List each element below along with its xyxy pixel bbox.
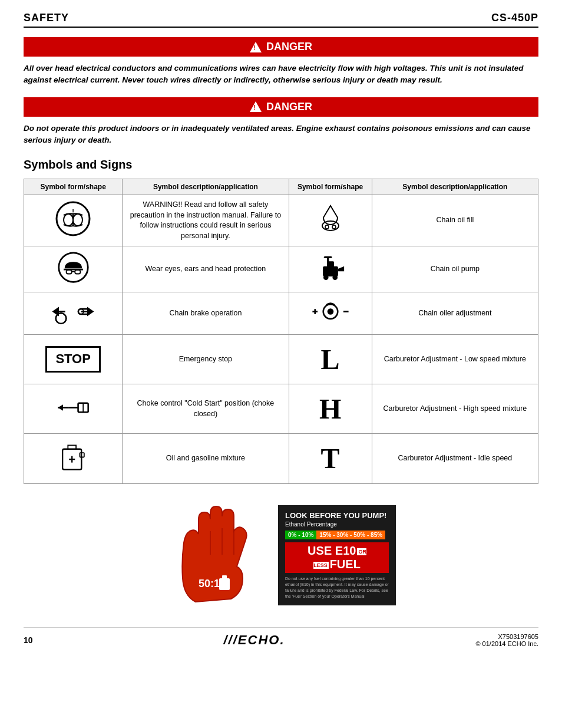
svg-text:50:1: 50:1 xyxy=(199,578,220,589)
ethanol-bad: 15% - 30% - 50% - 85% xyxy=(316,531,385,539)
fuel-label: FUEL xyxy=(330,558,361,571)
choke-desc: Choke control "Cold Start" position (cho… xyxy=(123,384,289,434)
warning-book-icon: ! xyxy=(55,201,91,236)
page-number: 10 xyxy=(24,635,33,645)
carb-idle-letter: T xyxy=(321,443,340,474)
svg-marker-32 xyxy=(58,404,63,410)
table-row: Chain brake operation Chain oiler adjust… xyxy=(24,292,538,335)
part-number: X7503197605 xyxy=(475,633,538,640)
svg-point-23 xyxy=(56,313,67,324)
table-row: STOP Emergency stop L Carburetor Adjustm… xyxy=(24,335,538,384)
oil-mix-desc: Oil and gasoline mixture xyxy=(123,434,289,483)
copyright: © 01/2014 ECHO Inc. xyxy=(475,640,538,647)
table-row: ! WARNING!! Read and follow all safety p… xyxy=(24,195,538,246)
ppe-symbol xyxy=(24,246,123,292)
col-header-2: Symbol description/application xyxy=(123,179,289,195)
chain-oiler-desc: Chain oiler adjustment xyxy=(372,292,538,335)
svg-rect-14 xyxy=(327,261,334,268)
svg-point-6 xyxy=(325,225,329,229)
ethanol-bar: 0% - 10% 15% - 30% - 50% - 85% xyxy=(285,531,389,539)
table-row: Choke control "Cold Start" position (cho… xyxy=(24,384,538,434)
choke-icon xyxy=(55,394,91,421)
chain-oiler-symbol xyxy=(289,292,372,335)
oil-fill-icon xyxy=(313,201,348,236)
table-row: Wear eyes, ears and head protection Chai… xyxy=(24,246,538,292)
hand-icon: 50:1 xyxy=(166,496,278,614)
fuel-subtitle: Ethanol Percentage xyxy=(285,521,389,528)
ppe-desc: Wear eyes, ears and head protection xyxy=(123,246,289,292)
choke-symbol xyxy=(24,384,123,434)
model-number: CS-450P xyxy=(491,12,538,24)
chain-oil-pump-symbol xyxy=(289,246,372,292)
svg-rect-18 xyxy=(323,256,332,258)
chain-brake-symbol xyxy=(24,292,123,335)
stop-box: STOP xyxy=(45,346,101,373)
danger-text-2: Do not operate this product indoors or i… xyxy=(24,123,538,147)
svg-point-16 xyxy=(332,275,338,280)
use-e10-label: USE E10OR LESSFUEL xyxy=(285,542,389,573)
svg-point-15 xyxy=(323,275,329,280)
emergency-stop-desc: Emergency stop xyxy=(123,335,289,384)
carb-low-letter: L xyxy=(321,344,340,375)
ethanol-ok: 0% - 10% xyxy=(285,531,316,539)
danger-triangle-icon xyxy=(250,42,262,52)
chain-oil-fill-desc: Chain oil fill xyxy=(372,195,538,246)
carb-idle-symbol: T xyxy=(289,434,372,483)
svg-point-3 xyxy=(73,214,82,226)
ppe-icon xyxy=(57,251,90,284)
col-header-4: Symbol description/application xyxy=(372,179,538,195)
hand-container: 50:1 xyxy=(166,496,278,615)
chain-oiler-icon xyxy=(310,297,351,327)
oil-mix-symbol xyxy=(24,434,123,483)
carb-high-desc: Carburetor Adjustment - High speed mixtu… xyxy=(372,384,538,434)
carb-high-symbol: H xyxy=(289,384,372,434)
footer-info: X7503197605 © 01/2014 ECHO Inc. xyxy=(475,633,538,647)
oil-mix-icon xyxy=(57,441,90,473)
svg-point-5 xyxy=(322,221,339,230)
fuel-info-box: LOOK BEFORE YOU PUMP! Ethanol Percentage… xyxy=(278,505,396,605)
chain-brake-icon xyxy=(49,297,97,327)
stop-symbol: STOP xyxy=(24,335,123,384)
danger-label-2: DANGER xyxy=(266,101,312,113)
svg-rect-10 xyxy=(66,270,71,274)
svg-rect-11 xyxy=(75,270,80,274)
carb-high-letter: H xyxy=(319,393,341,424)
fine-print: Do not use any fuel containing greater t… xyxy=(285,576,389,599)
danger-text-1: All over head electrical conductors and … xyxy=(24,62,538,87)
table-row: Oil and gasoline mixture T Carburetor Ad… xyxy=(24,434,538,483)
page-header: SAFETY CS-450P xyxy=(24,12,538,28)
page-footer: 10 ///ECHO. X7503197605 © 01/2014 ECHO I… xyxy=(24,627,538,648)
col-header-1: Symbol form/shape xyxy=(24,179,123,195)
carb-idle-desc: Carburetor Adjustment - Idle speed xyxy=(372,434,538,483)
echo-logo: ///ECHO. xyxy=(224,633,285,648)
section-title: SAFETY xyxy=(24,12,69,24)
carb-low-desc: Carburetor Adjustment - Low speed mixtur… xyxy=(372,335,538,384)
symbols-table: Symbol form/shape Symbol description/app… xyxy=(24,179,538,484)
use-label: USE E10 xyxy=(308,544,356,557)
carb-low-symbol: L xyxy=(289,335,372,384)
svg-rect-46 xyxy=(222,575,227,580)
danger-box-1: DANGER xyxy=(24,37,538,57)
col-header-3: Symbol form/shape xyxy=(289,179,372,195)
warning-desc: WARNING!! Read and follow all safety pre… xyxy=(123,195,289,246)
chain-oil-fill-symbol xyxy=(289,195,372,246)
symbols-section-title: Symbols and Signs xyxy=(24,158,538,172)
warning-symbol: ! xyxy=(24,195,123,246)
svg-point-7 xyxy=(332,225,336,229)
fuel-title: LOOK BEFORE YOU PUMP! xyxy=(285,511,389,520)
fuel-sticker-section: 50:1 LOOK BEFORE YOU PUMP! Ethanol Perce… xyxy=(24,496,538,615)
chain-brake-desc: Chain brake operation xyxy=(123,292,289,335)
svg-point-29 xyxy=(327,308,333,315)
danger-box-2: DANGER xyxy=(24,97,538,117)
chain-oil-pump-desc: Chain oil pump xyxy=(372,246,538,292)
danger-triangle-icon-2 xyxy=(250,101,262,112)
chain-oil-pump-icon xyxy=(313,251,348,284)
svg-point-2 xyxy=(64,214,73,226)
danger-label-1: DANGER xyxy=(266,41,312,53)
